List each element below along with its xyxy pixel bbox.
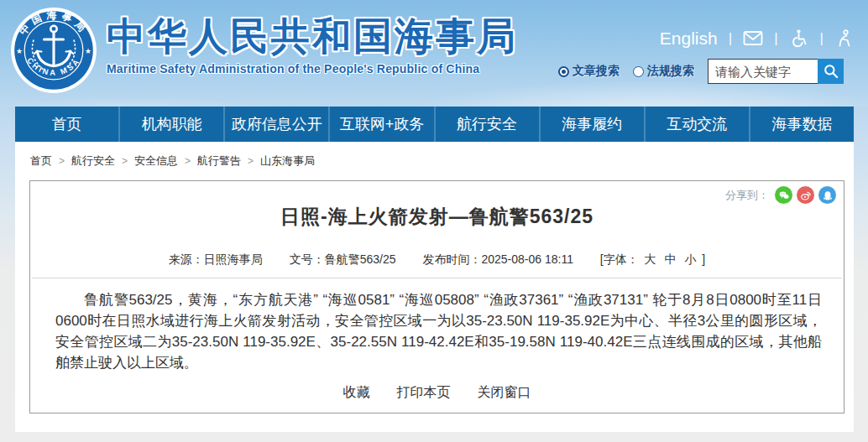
nav-item-navigation-safety[interactable]: 航行安全 — [434, 107, 539, 142]
magnifier-icon — [823, 63, 839, 80]
radio-regulation-search[interactable]: 法规搜索 — [633, 64, 694, 79]
divider: | — [774, 30, 777, 47]
share-row: 分享到： — [725, 186, 836, 204]
wechat-share-icon[interactable] — [775, 186, 792, 204]
svg-text:★: ★ — [16, 47, 23, 55]
breadcrumb-safety-info[interactable]: 安全信息 — [134, 153, 178, 169]
nav-item-gov-info-disclosure[interactable]: 政府信息公开 — [223, 107, 328, 142]
site-subtitle: Maritime Safety Administration of the Pe… — [107, 62, 518, 75]
weibo-share-icon[interactable] — [797, 186, 814, 204]
site-header: 中国海事局 CHINA MSA ★ ★ 中华人民共和国海 — [0, 0, 868, 107]
radio-article-search[interactable]: 文章搜索 — [558, 64, 620, 79]
font-size-small-button[interactable]: 小 — [684, 252, 696, 266]
meta-doc-number: 文号：鲁航警563/25 — [290, 252, 396, 266]
article-title: 日照-海上火箭发射—鲁航警563/25 — [30, 204, 844, 230]
breadcrumb-navigation-warning[interactable]: 航行警告 — [197, 153, 241, 169]
article-content-box: 分享到： — [29, 180, 844, 413]
divider: | — [729, 30, 732, 47]
close-window-button[interactable]: 关闭窗口 — [478, 384, 531, 402]
search-box — [708, 59, 844, 84]
print-page-button[interactable]: 打印本页 — [397, 384, 451, 402]
radio-label: 法规搜索 — [647, 64, 694, 79]
china-msa-logo-icon: 中国海事局 CHINA MSA ★ ★ — [10, 7, 97, 94]
search-scope-options: 文章搜索 法规搜索 — [558, 64, 694, 79]
article-meta: 来源：日照海事局 文号：鲁航警563/25 发布时间：2025-08-06 18… — [30, 252, 844, 268]
favorite-button[interactable]: 收藏 — [343, 384, 370, 402]
page: 中国海事局 CHINA MSA ★ ★ 中华人民共和国海 — [0, 0, 868, 442]
english-link[interactable]: English — [660, 29, 718, 49]
radio-unselected-icon[interactable] — [633, 66, 644, 77]
breadcrumb-shandong-msa[interactable]: 山东海事局 — [260, 153, 315, 169]
breadcrumb-separator: > — [185, 155, 191, 167]
nav-item-maritime-data[interactable]: 海事数据 — [749, 107, 854, 142]
meta-source: 来源：日照海事局 — [169, 252, 263, 266]
nav-item-maritime-compliance[interactable]: 海事履约 — [539, 107, 644, 142]
main-navigation: 首页 机构职能 政府信息公开 互联网+政务 航行安全 海事履约 互动交流 海事数… — [15, 107, 854, 142]
breadcrumb-home[interactable]: 首页 — [30, 153, 52, 169]
elder-mode-icon[interactable] — [834, 29, 855, 49]
breadcrumb: 首页 > 航行安全 > 安全信息 > 航行警告 > 山东海事局 — [15, 142, 854, 180]
search-button[interactable] — [818, 59, 844, 84]
breadcrumb-separator: > — [248, 155, 254, 167]
breadcrumb-separator: > — [122, 155, 128, 167]
wheelchair-accessibility-icon[interactable] — [789, 29, 809, 49]
share-label: 分享到： — [725, 188, 769, 203]
breadcrumb-navigation-safety[interactable]: 航行安全 — [71, 153, 115, 169]
breadcrumb-separator: > — [59, 155, 65, 167]
font-size-suffix: ] — [702, 252, 705, 266]
mail-icon[interactable] — [743, 29, 763, 49]
svg-text:★: ★ — [85, 47, 92, 55]
divider: | — [820, 30, 824, 47]
article-actions: 收藏 打印本页 关闭窗口 — [30, 384, 844, 402]
article-body-text: 鲁航警563/25，黄海，“东方航天港” “海巡0581” “海巡05808” … — [30, 278, 844, 373]
main-container: 首页 机构职能 政府信息公开 互联网+政务 航行安全 海事履约 互动交流 海事数… — [15, 107, 854, 432]
site-title: 中华人民共和国海事局 — [107, 15, 518, 58]
radio-label: 文章搜索 — [573, 64, 620, 79]
nav-item-internet-gov-services[interactable]: 互联网+政务 — [328, 107, 433, 142]
search-input[interactable] — [708, 59, 818, 84]
search-row: 文章搜索 法规搜索 — [558, 59, 844, 84]
nav-item-home[interactable]: 首页 — [15, 107, 118, 142]
qq-share-icon[interactable] — [818, 186, 836, 204]
radio-selected-icon[interactable] — [558, 66, 569, 77]
site-titles: 中华人民共和国海事局 Maritime Safety Administratio… — [107, 15, 518, 75]
font-size-prefix: [字体： — [600, 252, 639, 266]
font-size-medium-button[interactable]: 中 — [665, 252, 677, 266]
top-utility-links: English | | | — [660, 27, 855, 50]
meta-font-size-controls: [字体： 大 中 小 ] — [600, 252, 705, 266]
meta-publish-time: 发布时间：2025-08-06 18:11 — [422, 252, 573, 266]
font-size-large-button[interactable]: 大 — [645, 252, 656, 266]
nav-item-functions[interactable]: 机构职能 — [118, 107, 223, 142]
nav-item-interaction[interactable]: 互动交流 — [644, 107, 749, 142]
